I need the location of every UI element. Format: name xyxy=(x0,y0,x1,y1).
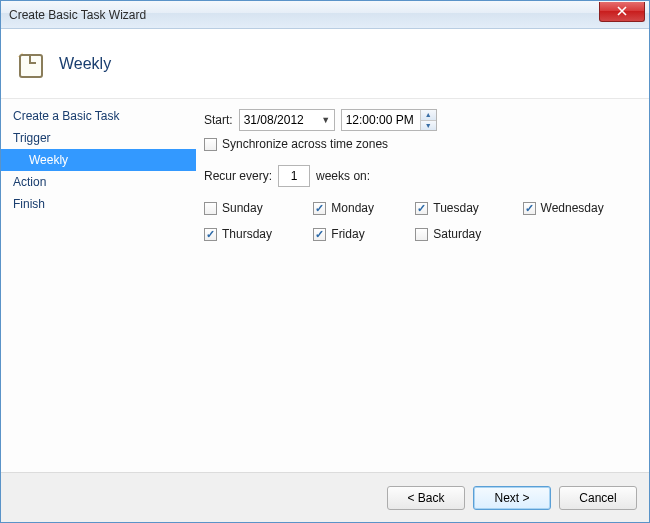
weekday-label: Friday xyxy=(331,227,364,241)
date-dropdown-icon[interactable]: ▼ xyxy=(318,110,334,130)
weekday-checkbox-friday[interactable]: Friday xyxy=(313,227,393,241)
sidebar-item-create-a-basic-task[interactable]: Create a Basic Task xyxy=(1,105,196,127)
wizard-footer: < Back Next > Cancel xyxy=(1,472,649,522)
start-label: Start: xyxy=(204,113,233,127)
wizard-content: Start: ▼ ▲ ▼ Synchronize across time zon… xyxy=(196,99,649,472)
sync-timezone-checkbox[interactable]: Synchronize across time zones xyxy=(204,137,388,151)
wizard-header: ✦ Weekly xyxy=(1,29,649,99)
recur-label: Recur every: xyxy=(204,169,272,183)
time-spinner: ▲ ▼ xyxy=(420,110,436,130)
page-title: Weekly xyxy=(59,55,111,73)
sync-timezone-label: Synchronize across time zones xyxy=(222,137,388,151)
checkbox-icon xyxy=(313,202,326,215)
weekday-label: Saturday xyxy=(433,227,481,241)
close-button[interactable] xyxy=(599,2,645,22)
recur-row: Recur every: weeks on: xyxy=(204,165,637,187)
weekday-checkbox-monday[interactable]: Monday xyxy=(313,201,393,215)
time-spin-up[interactable]: ▲ xyxy=(421,110,436,121)
weekday-checkbox-thursday[interactable]: Thursday xyxy=(204,227,291,241)
sidebar-item-trigger[interactable]: Trigger xyxy=(1,127,196,149)
checkbox-icon xyxy=(415,202,428,215)
back-button[interactable]: < Back xyxy=(387,486,465,510)
close-icon xyxy=(617,6,627,16)
weekday-label: Wednesday xyxy=(541,201,604,215)
weekday-grid: SundayMondayTuesdayWednesdayThursdayFrid… xyxy=(204,201,637,241)
checkbox-icon xyxy=(313,228,326,241)
schedule-icon: ✦ xyxy=(17,50,45,78)
time-spin-down[interactable]: ▼ xyxy=(421,121,436,131)
window-title: Create Basic Task Wizard xyxy=(9,8,146,22)
checkbox-icon xyxy=(415,228,428,241)
start-date-input[interactable] xyxy=(240,110,318,130)
titlebar[interactable]: Create Basic Task Wizard xyxy=(1,1,649,29)
weekday-label: Monday xyxy=(331,201,374,215)
cancel-button[interactable]: Cancel xyxy=(559,486,637,510)
weekday-checkbox-tuesday[interactable]: Tuesday xyxy=(415,201,500,215)
weekday-checkbox-wednesday[interactable]: Wednesday xyxy=(523,201,623,215)
wizard-window: Create Basic Task Wizard ✦ Weekly Create… xyxy=(0,0,650,523)
weekday-label: Sunday xyxy=(222,201,263,215)
checkbox-icon xyxy=(204,138,217,151)
wizard-steps-sidebar: Create a Basic TaskTriggerWeeklyActionFi… xyxy=(1,99,196,472)
sidebar-item-finish[interactable]: Finish xyxy=(1,193,196,215)
checkbox-icon xyxy=(204,202,217,215)
start-date-picker[interactable]: ▼ xyxy=(239,109,335,131)
start-time-input[interactable] xyxy=(342,110,420,130)
weekday-label: Thursday xyxy=(222,227,272,241)
sidebar-item-action[interactable]: Action xyxy=(1,171,196,193)
weekday-checkbox-saturday[interactable]: Saturday xyxy=(415,227,500,241)
next-button[interactable]: Next > xyxy=(473,486,551,510)
wizard-body: Create a Basic TaskTriggerWeeklyActionFi… xyxy=(1,99,649,472)
recur-interval-input[interactable] xyxy=(278,165,310,187)
weekday-checkbox-sunday[interactable]: Sunday xyxy=(204,201,291,215)
checkbox-icon xyxy=(523,202,536,215)
weekday-label: Tuesday xyxy=(433,201,479,215)
recur-suffix: weeks on: xyxy=(316,169,370,183)
start-time-picker[interactable]: ▲ ▼ xyxy=(341,109,437,131)
checkbox-icon xyxy=(204,228,217,241)
start-row: Start: ▼ ▲ ▼ Synchronize across time zon… xyxy=(204,109,637,151)
sidebar-item-weekly[interactable]: Weekly xyxy=(1,149,196,171)
